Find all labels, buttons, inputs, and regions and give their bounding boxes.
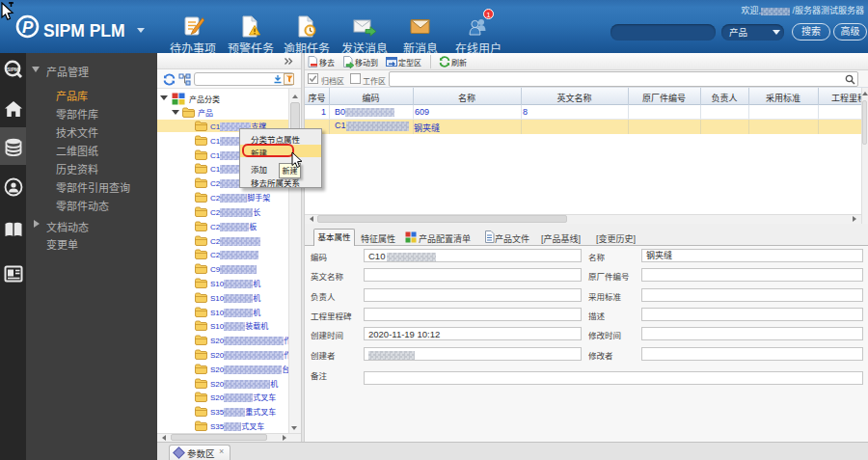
- svg-text:SIPM: SIPM: [7, 67, 18, 72]
- svg-text:P: P: [22, 18, 34, 37]
